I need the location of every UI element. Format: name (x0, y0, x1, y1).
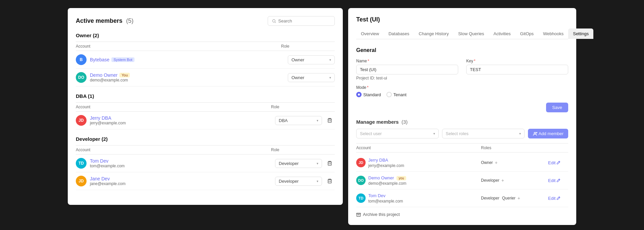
required-star: * (367, 85, 369, 90)
tab-change-history[interactable]: Change History (414, 28, 453, 39)
member-count: (5) (126, 17, 133, 24)
table-row: B Bytebase System Bot Owner ▾ (76, 51, 335, 69)
general-section-title: General (356, 47, 568, 53)
left-panel: Active members (5) Owner (2) Account Rol… (68, 8, 343, 205)
role-select[interactable]: Developer ▾ (275, 159, 322, 168)
manage-members-table-header: Account Roles (356, 143, 568, 153)
svg-line-1 (275, 22, 276, 23)
delete-member-button[interactable] (325, 161, 335, 166)
member-name-group: Bytebase System Bot (90, 57, 135, 62)
select-roles-dropdown[interactable]: Select roles ▾ (442, 129, 525, 138)
svg-line-16 (559, 197, 559, 198)
svg-rect-8 (328, 180, 331, 183)
member-name[interactable]: Demo Owner (90, 72, 117, 78)
you-badge: You (119, 73, 130, 77)
key-label: Key * (466, 59, 568, 63)
section-owner: Owner (2) Account Role B Bytebase System… (76, 33, 335, 87)
role-select[interactable]: Owner ▾ (288, 73, 335, 82)
section-dba-heading: DBA (1) (76, 93, 335, 99)
member-name[interactable]: Jerry DBA (368, 158, 388, 163)
member-name-group: Demo Owner you demo@example.com (368, 175, 407, 186)
member-info: TD Tom Dev tom@example.com (76, 158, 275, 169)
key-field-group: Key * (466, 59, 568, 80)
dba-table-header: Account Role (76, 102, 335, 112)
add-member-label: Add member (539, 131, 564, 136)
table-row: DO Demo Owner You demo@example.com Owner… (76, 69, 335, 87)
name-field-group: Name * Project ID: test-ui (356, 59, 458, 80)
key-input[interactable] (466, 65, 568, 74)
project-id-text: Project ID: test-ui (356, 76, 458, 80)
add-member-row: Select user ▾ Select roles ▾ Add member (356, 129, 568, 138)
edit-member-button[interactable]: Edit (548, 178, 568, 183)
member-email: jerry@example.com (368, 163, 404, 168)
tab-slow-queries[interactable]: Slow Queries (453, 28, 489, 39)
role-select[interactable]: DBA ▾ (275, 116, 322, 125)
avatar: JD (76, 176, 87, 186)
edit-member-button[interactable]: Edit (548, 196, 568, 201)
edit-member-button[interactable]: Edit (548, 160, 568, 165)
delete-member-button[interactable] (325, 118, 335, 123)
member-name-line: Bytebase System Bot (90, 57, 135, 62)
member-roles: Developer + (481, 178, 548, 183)
add-role-button[interactable]: + (495, 160, 497, 165)
chevron-down-icon: ▾ (519, 132, 521, 135)
member-name[interactable]: Bytebase (90, 57, 109, 62)
delete-member-button[interactable] (325, 178, 335, 184)
avatar: TD (356, 193, 366, 203)
manage-members-title: Manage members (3) (356, 119, 408, 125)
tab-webhooks[interactable]: Webhooks (538, 28, 568, 39)
member-roles: Owner + (481, 160, 548, 165)
add-member-button[interactable]: Add member (528, 129, 568, 138)
col-role-label: Role (271, 148, 325, 152)
role-value: DBA (279, 118, 288, 123)
role-pill: Developer (481, 196, 499, 200)
search-box[interactable] (268, 16, 335, 26)
mode-standard-option[interactable]: Standard (356, 92, 381, 97)
tab-activities[interactable]: Activities (489, 28, 515, 39)
tab-overview[interactable]: Overview (356, 28, 384, 39)
chevron-down-icon: ▾ (317, 162, 318, 165)
member-account: TD Tom Dev tom@example.com (356, 193, 481, 204)
svg-rect-17 (357, 213, 361, 214)
add-role-button[interactable]: + (518, 195, 520, 201)
system-bot-badge: System Bot (111, 57, 134, 62)
tab-gitops[interactable]: GitOps (516, 28, 538, 39)
member-name[interactable]: Jane Dev (90, 176, 125, 181)
mode-tenant-option[interactable]: Tenant (386, 92, 407, 97)
mode-radio-group: Standard Tenant (356, 92, 568, 97)
table-row: JD Jerry DBA jerry@example.com DBA ▾ (76, 112, 335, 129)
chevron-down-icon: ▾ (317, 119, 318, 122)
member-email: demo@example.com (368, 181, 407, 186)
section-developer: Developer (2) Account Role TD Tom Dev to… (76, 136, 335, 190)
trash-icon (327, 118, 332, 123)
member-name[interactable]: Tom Dev (368, 193, 385, 198)
select-roles-placeholder: Select roles (446, 131, 469, 136)
member-info: B Bytebase System Bot (76, 54, 288, 65)
archive-project-button[interactable]: Archive this project (356, 212, 568, 217)
role-select[interactable]: Owner ▾ (288, 55, 335, 64)
member-name[interactable]: Tom Dev (90, 158, 125, 164)
save-button[interactable]: Save (546, 103, 568, 112)
member-name[interactable]: Demo Owner (368, 175, 394, 180)
search-input[interactable] (278, 18, 330, 23)
edit-icon (556, 178, 560, 182)
role-value: Developer (279, 179, 299, 184)
general-form-row: Name * Project ID: test-ui Key * (356, 59, 568, 80)
chevron-down-icon: ▾ (329, 58, 331, 62)
you-badge: you (396, 176, 406, 180)
role-select[interactable]: Developer ▾ (275, 177, 322, 186)
member-info: JD Jerry DBA jerry@example.com (76, 115, 275, 126)
tab-databases[interactable]: Databases (384, 28, 414, 39)
edit-icon (556, 196, 560, 200)
mode-field-group: Mode * Standard Tenant (356, 85, 568, 97)
name-input[interactable] (356, 65, 458, 74)
svg-line-15 (559, 179, 559, 180)
archive-label: Archive this project (363, 212, 400, 217)
col-account-label: Account (76, 105, 271, 109)
member-account: JD Jerry DBA jerry@example.com (356, 157, 481, 168)
select-user-dropdown[interactable]: Select user ▾ (356, 129, 439, 138)
col-roles-label: Roles (481, 146, 548, 150)
tab-settings[interactable]: Settings (568, 28, 593, 39)
add-role-button[interactable]: + (501, 178, 504, 183)
member-name[interactable]: Jerry DBA (90, 115, 126, 121)
